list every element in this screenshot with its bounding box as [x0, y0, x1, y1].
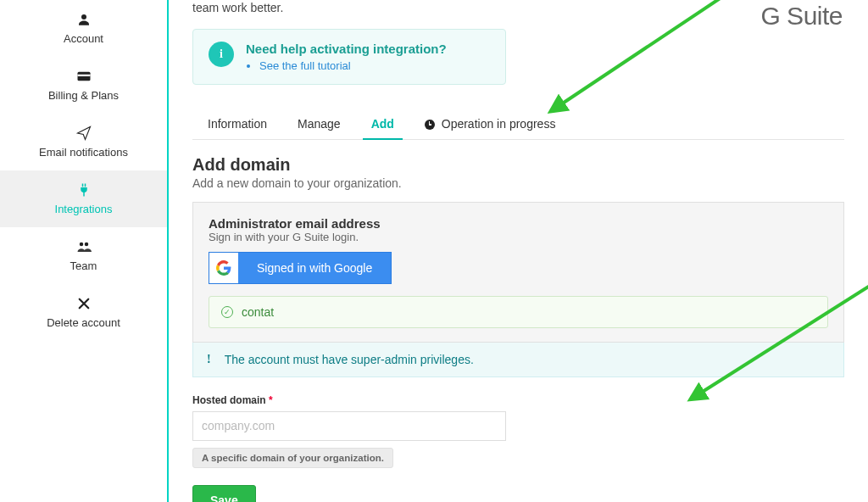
paper-plane-icon	[75, 126, 93, 141]
admin-panel: Administrator email address Sign in with…	[192, 202, 844, 343]
clock-icon	[425, 120, 435, 130]
sidebar-item-team[interactable]: Team	[0, 227, 167, 284]
svg-point-3	[79, 243, 83, 247]
page-subtitle: Add a new domain to your organization.	[192, 176, 844, 190]
sidebar-item-email-notifications[interactable]: Email notifications	[0, 114, 167, 170]
users-icon	[75, 239, 93, 254]
integration-description: team work better.	[192, 0, 844, 17]
hosted-domain-input[interactable]	[192, 411, 506, 441]
tab-manage[interactable]: Manage	[282, 109, 356, 139]
sidebar-item-account[interactable]: Account	[0, 0, 167, 57]
super-admin-warning: ! The account must have super-admin priv…	[192, 343, 844, 377]
plug-icon	[75, 182, 93, 198]
google-button-label: Signed in with Google	[238, 261, 391, 275]
sidebar-item-label: Delete account	[47, 316, 120, 329]
close-icon	[75, 296, 93, 311]
sidebar-item-label: Billing & Plans	[48, 89, 119, 102]
exclamation-icon: !	[207, 353, 211, 366]
credit-card-icon	[75, 69, 93, 84]
hosted-domain-label: Hosted domain *	[192, 394, 844, 406]
sidebar-item-integrations[interactable]: Integrations	[0, 170, 167, 227]
sidebar-item-delete-account[interactable]: Delete account	[0, 284, 167, 341]
annotation-arrow-1	[546, 0, 766, 114]
tab-add[interactable]: Add	[356, 109, 409, 139]
signed-in-status: ✓ contat	[209, 296, 828, 328]
signed-in-email: contat	[242, 305, 274, 319]
warning-text: The account must have super-admin privil…	[225, 353, 474, 366]
user-icon	[75, 12, 93, 27]
help-callout: i Need help activating integration? See …	[192, 29, 506, 85]
admin-email-subtitle: Sign in with your G Suite login.	[209, 231, 828, 243]
google-signin-button[interactable]: Signed in with Google	[209, 252, 392, 284]
sidebar-item-billing[interactable]: Billing & Plans	[0, 57, 167, 114]
sidebar-item-label: Team	[70, 259, 97, 272]
tab-operation-in-progress[interactable]: Operation in progress	[409, 109, 571, 139]
tab-information[interactable]: Information	[192, 109, 282, 139]
help-tutorial-link[interactable]: See the full tutorial	[259, 59, 447, 72]
svg-point-4	[84, 243, 88, 247]
sidebar-item-label: Email notifications	[39, 146, 128, 159]
tabs: Information Manage Add Operation in prog…	[192, 109, 844, 140]
save-button[interactable]: Save	[192, 485, 256, 502]
svg-rect-2	[77, 75, 90, 76]
google-logo-icon	[209, 253, 238, 283]
gsuite-logo: G Suite	[760, 2, 843, 31]
page-title: Add domain	[192, 155, 844, 175]
sidebar-item-label: Account	[64, 32, 103, 45]
info-icon: i	[209, 42, 234, 67]
hosted-domain-hint: A specific domain of your organization.	[192, 448, 393, 468]
sidebar: Account Billing & Plans Email notificati…	[0, 0, 167, 502]
help-title: Need help activating integration?	[246, 42, 447, 56]
admin-email-title: Administrator email address	[209, 216, 828, 231]
sidebar-item-label: Integrations	[55, 203, 113, 215]
svg-point-0	[81, 14, 86, 20]
main-content: G Suite team work better. i Need help ac…	[169, 0, 868, 502]
check-circle-icon: ✓	[221, 306, 233, 318]
